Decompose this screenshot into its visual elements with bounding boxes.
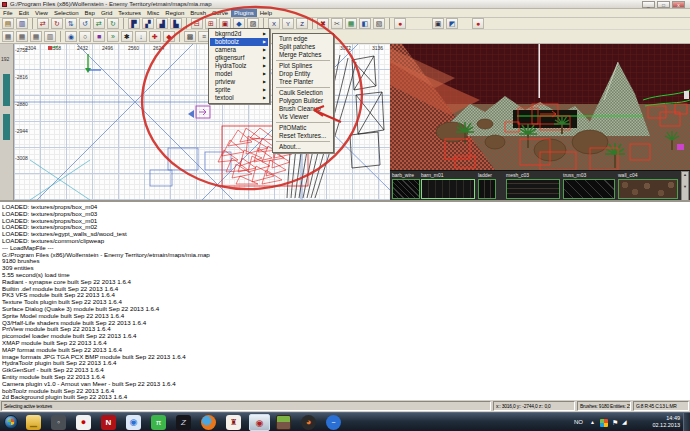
start-button[interactable] (4, 415, 18, 429)
steam-icon[interactable]: ◦ (51, 415, 66, 430)
sprite-plugin-button[interactable]: » (107, 31, 119, 42)
title-bar[interactable]: G:/Program Files (x86)/Wolfenstein - Ene… (0, 0, 690, 9)
action-center-flag-icon[interactable]: ⚑ (612, 413, 618, 431)
gensurf-button[interactable]: ▥ (44, 31, 56, 42)
bobtoolz-polygon-builder[interactable]: Polygon Builder (274, 97, 332, 105)
cubic-clip-button[interactable]: ✖ (317, 18, 329, 29)
prtview-button[interactable]: ■ (93, 31, 105, 42)
scissors-button[interactable]: ✂ (331, 18, 343, 29)
csg-subtract-button[interactable]: ⊟ (191, 18, 203, 29)
menu-brush[interactable]: Brush (187, 9, 209, 17)
camera-plugin-button[interactable]: ▦ (30, 31, 42, 42)
file-explorer-icon[interactable]: ▁ (26, 415, 41, 430)
bend-patch-button[interactable]: ▧ (373, 18, 385, 29)
plugins-item-bobtoolz[interactable]: bobtoolz▶ (210, 38, 268, 46)
tree-planter-button[interactable]: ◆ (163, 31, 175, 42)
menu-plugins[interactable]: Plugins (231, 9, 257, 17)
texture-thumb-barb-wire[interactable] (392, 179, 420, 199)
plugins-item-hydratoolz[interactable]: HydraToolz▶ (210, 62, 268, 70)
bobtoolz-merge-patches[interactable]: Merge Patches (274, 51, 332, 59)
network-icon[interactable]: ◢ (622, 413, 627, 431)
drop-entity-button[interactable]: ↓ (135, 31, 147, 42)
texture-thumb-wall-c04[interactable] (618, 179, 678, 199)
avg-tray-icon[interactable] (600, 419, 608, 427)
taskbar-clock[interactable]: 14:49 02.12.2013 (636, 415, 680, 429)
textool-button[interactable]: ✱ (121, 31, 133, 42)
bobtoolz-about[interactable]: About... (274, 143, 332, 151)
blender-icon[interactable]: ◕ (301, 415, 316, 430)
menu-region[interactable]: Region (162, 9, 187, 17)
bobtoolz-caulk-selection[interactable]: Caulk Selection (274, 89, 332, 97)
texture-lock-button[interactable]: ▦ (345, 18, 357, 29)
plugins-item-sprite[interactable]: sprite▶ (210, 86, 268, 94)
menu-file[interactable]: File (0, 9, 16, 17)
flip-x-button[interactable]: ⇄ (37, 18, 49, 29)
cap-patch-button[interactable]: ◧ (359, 18, 371, 29)
menu-misc[interactable]: Misc (144, 9, 162, 17)
n-app-icon[interactable]: N (101, 415, 116, 430)
bobtoolz-drop-entity[interactable]: Drop Entity (274, 70, 332, 78)
texture-thumb-barn-m01[interactable] (421, 179, 475, 199)
z-scale-column[interactable]: 192 (0, 44, 14, 200)
rotate-z-button[interactable]: ↻ (107, 18, 119, 29)
red-dot-app-icon[interactable]: ● (76, 415, 91, 430)
flip-z-button[interactable]: ⇄ (93, 18, 105, 29)
close-button[interactable]: x (672, 1, 685, 8)
bobtoolz-brush-cleanup[interactable]: Brush Cleanup (274, 105, 332, 113)
select-inside-button[interactable]: ▙ (170, 18, 182, 29)
tower-app-icon[interactable]: ♜ (226, 415, 241, 430)
bobtoolz-tree-planter[interactable]: Tree Planter (274, 78, 332, 86)
menu-edit[interactable]: Edit (16, 9, 32, 17)
flip-y-button[interactable]: ⇅ (65, 18, 77, 29)
open-button[interactable]: ▤ (2, 18, 14, 29)
blue-swirl-app-icon[interactable]: ~ (326, 415, 341, 430)
plugins-item-bkgrnd2d[interactable]: bkgrnd2d▶ (210, 30, 268, 38)
model-plugin-button[interactable]: ○ (79, 31, 91, 42)
view-y-button[interactable]: Y (282, 18, 294, 29)
rotate-x-button[interactable]: ↻ (51, 18, 63, 29)
texture-scrollbar[interactable]: ▲▼ (681, 171, 689, 201)
menu-help[interactable]: Help (257, 9, 275, 17)
merge-patches-button[interactable]: ▩ (184, 31, 196, 42)
plugins-item-prtview[interactable]: prtview▶ (210, 78, 268, 86)
rotate-y-button[interactable]: ↺ (79, 18, 91, 29)
camera-record-button[interactable]: ● (394, 18, 406, 29)
show-desktop-button[interactable] (683, 413, 690, 431)
bobtoolz-plot-splines[interactable]: Plot Splines (274, 62, 332, 70)
menu-textures[interactable]: Textures (115, 9, 144, 17)
texture-thumb-ladder[interactable] (478, 179, 496, 199)
language-indicator[interactable]: NO (574, 413, 583, 431)
patch-weld-button[interactable]: ◩ (446, 18, 458, 29)
menu-curve[interactable]: Curve (209, 9, 231, 17)
bobtoolz-reset-textures[interactable]: Reset Textures... (274, 132, 332, 140)
select-complete-tall-button[interactable]: ▛ (128, 18, 140, 29)
firefox-icon[interactable] (201, 415, 216, 430)
maximize-button[interactable]: □ (657, 1, 670, 8)
camera-3d-viewport[interactable] (390, 44, 690, 170)
pi-app-icon[interactable]: π (151, 415, 166, 430)
plugins-item-textool[interactable]: textool▶ (210, 94, 268, 102)
bkgrnd2d-button[interactable]: ▦ (2, 31, 14, 42)
texture-panel[interactable]: barb_wire barn_m01 ladder mesh_c03 truss… (390, 170, 690, 200)
texture-thumb-truss-m03[interactable] (563, 179, 615, 199)
menu-bsp[interactable]: Bsp (82, 9, 98, 17)
bobtoolz-vis-viewer[interactable]: Vis Viewer (274, 113, 332, 121)
minecraft-icon[interactable] (276, 415, 291, 430)
bobtoolz-split-patches[interactable]: Split patches (274, 43, 332, 51)
z-app-icon[interactable]: Z (176, 415, 191, 430)
select-touching-button[interactable]: ▞ (142, 18, 154, 29)
free-rotate-button[interactable]: ● (472, 18, 484, 29)
plugins-item-gtkgensurf[interactable]: gtkgensurf▶ (210, 54, 268, 62)
select-partial-tall-button[interactable]: ▟ (156, 18, 168, 29)
bobtoolz-turn-edge[interactable]: Turn edge (274, 35, 332, 43)
hydratoolz-button[interactable]: ◉ (65, 31, 77, 42)
plugins-item-camera[interactable]: camera▶ (210, 46, 268, 54)
menu-view[interactable]: View (32, 9, 51, 17)
texture-thumb-mesh-c03[interactable] (506, 179, 560, 199)
bobtoolz-button[interactable]: ▦ (16, 31, 28, 42)
view-z-button[interactable]: Z (296, 18, 308, 29)
radiant-taskbar-button[interactable]: ◉ (249, 414, 270, 431)
texture-view-button[interactable]: ▣ (432, 18, 444, 29)
menu-grid[interactable]: Grid (98, 9, 115, 17)
menu-selection[interactable]: Selection (51, 9, 82, 17)
